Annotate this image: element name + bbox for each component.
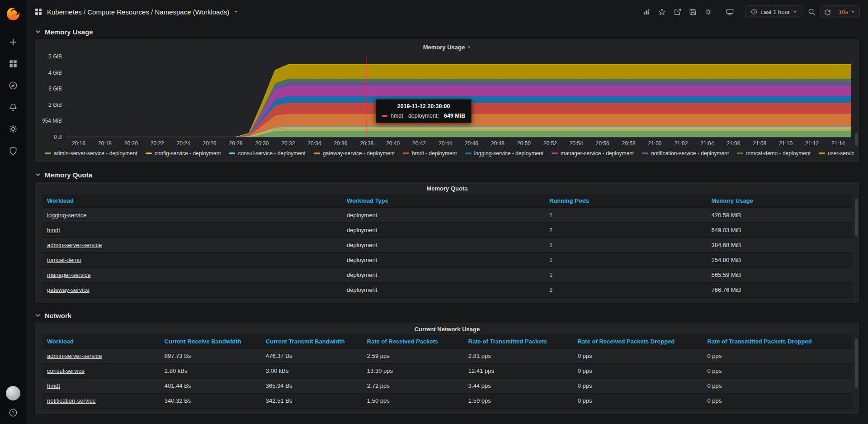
table-cell: 0 pps: [702, 363, 852, 378]
legend-item[interactable]: manager-service - deployment: [552, 150, 634, 157]
svg-text:21:08: 21:08: [753, 140, 766, 147]
section-title: Memory Usage: [45, 28, 93, 36]
table-cell: 0 pps: [573, 348, 703, 363]
create-icon[interactable]: [8, 37, 18, 47]
workload-link[interactable]: logging-service: [47, 212, 86, 219]
tooltip-timestamp: 2019-11-12 20:38:00: [382, 103, 465, 110]
column-header[interactable]: Workload: [42, 335, 160, 348]
legend-item[interactable]: tomcat-demo - deployment: [737, 150, 811, 157]
configuration-icon[interactable]: [8, 124, 18, 134]
chart-tooltip: 2019-11-12 20:38:00 hmdt - deployment: 6…: [376, 99, 472, 123]
workload-link[interactable]: manager-service: [47, 272, 91, 278]
svg-text:20:42: 20:42: [412, 140, 426, 147]
legend-item[interactable]: user-service - deployment: [819, 150, 854, 157]
column-header[interactable]: Rate of Transmitted Packets Dropped: [702, 335, 852, 348]
column-header[interactable]: Workload Type: [342, 194, 544, 208]
svg-text:21:02: 21:02: [674, 140, 688, 147]
table-cell: 766.76 MiB: [706, 282, 852, 297]
clock-icon: [751, 9, 757, 15]
section-memory-quota[interactable]: Memory Quota: [35, 167, 859, 182]
legend-item[interactable]: consul-service - deployment: [229, 150, 305, 157]
workload-link[interactable]: consul-service: [47, 367, 85, 374]
workload-link[interactable]: notification-service: [47, 397, 96, 404]
section-memory-usage[interactable]: Memory Usage: [35, 24, 859, 39]
workload-cell: admin-server-service: [42, 238, 342, 252]
svg-text:20:52: 20:52: [543, 140, 557, 147]
panel-scrollbar[interactable]: [855, 199, 858, 237]
table-cell: 0 pps: [702, 378, 852, 393]
tooltip-series-swatch-icon: [382, 115, 387, 117]
workload-link[interactable]: hmdt: [47, 227, 60, 233]
panel-title-memory-quota[interactable]: Memory Quota: [36, 182, 859, 194]
table-cell: 401.44 Bs: [160, 378, 261, 393]
workload-link[interactable]: hmdt: [47, 382, 60, 389]
chart-area[interactable]: 0 B954 MiB2 GiB3 GiB4 GiB5 GiB20:1620:18…: [40, 53, 854, 149]
dashboard-title[interactable]: Kubernetes / Compute Resources / Namespa…: [47, 8, 229, 16]
svg-text:2 GiB: 2 GiB: [48, 102, 62, 108]
workload-cell: manager-service: [42, 267, 342, 282]
explore-icon[interactable]: [8, 81, 18, 91]
dashboards-icon[interactable]: [8, 59, 18, 69]
column-header[interactable]: Running Pods: [544, 194, 706, 208]
column-header[interactable]: Current Receive Bandwidth: [160, 335, 261, 348]
legend-item[interactable]: hmdt - deployment: [403, 150, 457, 157]
panel-title-memory-usage[interactable]: Memory Usage: [40, 41, 854, 53]
workload-cell: hmdt: [42, 223, 342, 238]
table-row: gateway-servicedeployment2766.76 MiB: [42, 282, 852, 297]
dashboard-grid-icon[interactable]: [34, 8, 42, 16]
column-header[interactable]: Memory Usage: [706, 194, 852, 208]
svg-text:0 B: 0 B: [54, 134, 62, 140]
dashboard-title-caret-icon[interactable]: [234, 10, 238, 14]
table-cell: 649.03 MiB: [706, 223, 852, 238]
refresh-button[interactable]: [821, 6, 834, 18]
legend-item[interactable]: notification-service - deployment: [642, 150, 729, 157]
help-icon[interactable]: ?: [8, 408, 18, 418]
save-button[interactable]: [687, 6, 699, 18]
svg-text:20:16: 20:16: [72, 140, 85, 147]
panel-scrollbar[interactable]: [855, 133, 858, 146]
svg-text:4 GiB: 4 GiB: [48, 70, 62, 76]
table-row: tomcat-demodeployment1154.80 MiB: [42, 252, 852, 267]
table-cell: 3.44 pps: [463, 378, 573, 393]
dashboard-settings-button[interactable]: [702, 6, 715, 18]
panel-scrollbar[interactable]: [855, 338, 858, 388]
column-header[interactable]: Workload: [42, 194, 342, 208]
table-row: admin-server-service897.73 Bs476.37 Bs2.…: [42, 348, 852, 363]
star-button[interactable]: [656, 6, 669, 18]
section-network[interactable]: Network: [35, 308, 859, 323]
server-admin-icon[interactable]: [8, 146, 18, 156]
table-cell: 2.59 pps: [362, 348, 463, 363]
svg-text:20:28: 20:28: [229, 140, 243, 147]
table-cell: 0 pps: [573, 378, 703, 393]
dashboard-navbar: Kubernetes / Compute Resources / Namespa…: [26, 0, 868, 24]
dashboard-content: Memory Usage Memory Usage 0 B954 MiB2 Gi…: [26, 24, 868, 424]
grafana-logo-icon[interactable]: [5, 5, 21, 22]
share-button[interactable]: [671, 6, 684, 18]
workload-link[interactable]: tomcat-demo: [47, 257, 81, 263]
cycle-view-mode-button[interactable]: [724, 6, 736, 18]
legend-item[interactable]: gateway-service - deployment: [314, 150, 395, 157]
panel-title-network-usage[interactable]: Current Network Usage: [36, 323, 859, 335]
add-panel-button[interactable]: [641, 6, 653, 18]
table-cell: deployment: [342, 252, 544, 267]
zoom-out-button[interactable]: [805, 6, 818, 18]
legend-item[interactable]: logging-service - deployment: [465, 150, 543, 157]
alerting-icon[interactable]: [8, 102, 18, 112]
workload-link[interactable]: admin-server-service: [47, 353, 102, 359]
workload-link[interactable]: gateway-service: [47, 286, 90, 293]
column-header[interactable]: Rate of Transmitted Packets: [463, 335, 573, 348]
chart-legend: admin-server-service - deploymentconfig-…: [40, 149, 854, 159]
time-range-picker[interactable]: Last 1 hour: [745, 5, 802, 18]
legend-item[interactable]: admin-server-service - deployment: [45, 150, 137, 157]
column-header[interactable]: Current Transmit Bandwidth: [261, 335, 362, 348]
user-avatar[interactable]: [6, 386, 20, 400]
workload-link[interactable]: admin-server-service: [47, 242, 102, 248]
legend-item[interactable]: config-service - deployment: [146, 150, 221, 157]
svg-text:20:58: 20:58: [622, 140, 636, 147]
refresh-interval-picker[interactable]: 10s: [834, 6, 859, 18]
column-header[interactable]: Rate of Received Packets Dropped: [573, 335, 703, 348]
table-cell: 384.68 MiB: [706, 238, 852, 252]
svg-text:3 GiB: 3 GiB: [48, 86, 62, 92]
chevron-down-icon: [35, 313, 41, 318]
column-header[interactable]: Rate of Received Packets: [362, 335, 463, 348]
